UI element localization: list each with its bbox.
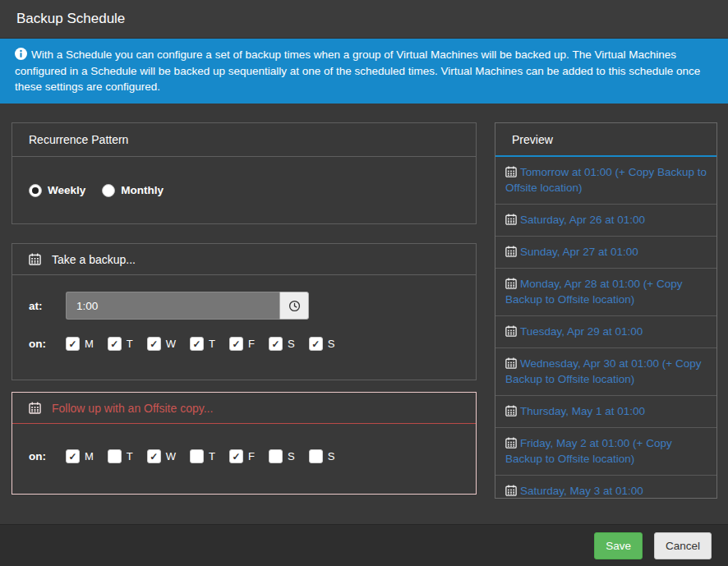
- clock-icon: [288, 300, 301, 312]
- day-label: W: [166, 450, 176, 462]
- preview-schedule-item: Tuesday, Apr 29 at 01:00: [495, 316, 716, 348]
- day-checkbox[interactable]: [108, 337, 122, 351]
- day-checkbox-group[interactable]: T: [108, 449, 133, 463]
- recurrence-pattern-title: Recurrence Pattern: [29, 133, 128, 146]
- preview-schedule-list: Tomorrow at 01:00 (+ Copy Backup to Offs…: [495, 157, 716, 499]
- on-label: on:: [29, 338, 66, 350]
- day-label: T: [209, 450, 215, 462]
- day-label: S: [328, 450, 335, 462]
- info-banner-text: With a Schedule you can configure a set …: [15, 48, 700, 93]
- calendar-icon: [29, 253, 41, 265]
- preview-panel: Preview Tomorrow at 01:00 (+ Copy Backup…: [495, 122, 717, 499]
- calendar-icon: [29, 402, 41, 414]
- day-checkbox-group[interactable]: T: [190, 337, 215, 351]
- preview-schedule-item: Thursday, May 1 at 01:00: [495, 396, 716, 428]
- preview-schedule-item: Saturday, May 3 at 01:00: [495, 476, 716, 499]
- cancel-button[interactable]: Cancel: [654, 532, 712, 559]
- preview-schedule-item: Wednesday, Apr 30 at 01:00 (+ Copy Backu…: [495, 348, 716, 396]
- day-checkbox[interactable]: [147, 337, 161, 351]
- day-checkbox[interactable]: [309, 337, 323, 351]
- preview-schedule-item: Monday, Apr 28 at 01:00 (+ Copy Backup t…: [495, 269, 716, 316]
- preview-item-text: Thursday, May 1 at 01:00: [520, 405, 645, 417]
- day-checkbox-group[interactable]: S: [269, 337, 295, 351]
- recurrence-options: Weekly Monthly: [12, 157, 476, 223]
- preview-schedule-item: Saturday, Apr 26 at 01:00: [495, 205, 716, 237]
- day-label: T: [127, 450, 133, 462]
- day-checkbox-group[interactable]: M: [66, 449, 94, 463]
- day-checkbox-group[interactable]: M: [66, 337, 94, 351]
- dialog-content: Recurrence Pattern Weekly Monthly Take a…: [0, 104, 728, 524]
- at-label: at:: [29, 300, 66, 312]
- day-checkbox-group[interactable]: W: [147, 449, 176, 463]
- day-checkbox[interactable]: [309, 449, 323, 463]
- recurrence-pattern-header: Recurrence Pattern: [12, 123, 476, 157]
- preview-item-text: Sunday, Apr 27 at 01:00: [520, 246, 638, 258]
- offsite-copy-title: Follow up with an Offsite copy...: [52, 402, 213, 415]
- info-circle-icon: [15, 48, 27, 60]
- calendar-icon: [505, 325, 517, 337]
- day-checkbox-group[interactable]: S: [309, 337, 335, 351]
- radio-icon[interactable]: [102, 184, 115, 197]
- day-label: T: [209, 338, 215, 350]
- calendar-icon: [505, 246, 517, 257]
- take-a-backup-body: at: on: M T W T: [12, 275, 476, 380]
- preview-column: Preview Tomorrow at 01:00 (+ Copy Backup…: [495, 122, 717, 524]
- day-checkbox[interactable]: [190, 449, 204, 463]
- on-label: on:: [29, 450, 66, 462]
- day-checkbox[interactable]: [147, 449, 161, 463]
- preview-item-text: Friday, May 2 at 01:00 (+ Copy Backup to…: [505, 437, 672, 465]
- time-picker-button[interactable]: [279, 292, 309, 320]
- day-checkbox-group[interactable]: S: [309, 449, 335, 463]
- take-a-backup-title: Take a backup...: [52, 253, 136, 266]
- calendar-icon: [505, 437, 517, 449]
- day-label: S: [328, 338, 335, 350]
- offsite-day-checkboxes: M T W T F S S: [66, 449, 348, 463]
- day-checkbox[interactable]: [66, 337, 80, 351]
- calendar-icon: [505, 214, 517, 225]
- day-label: M: [85, 450, 94, 462]
- day-checkbox[interactable]: [269, 449, 283, 463]
- calendar-icon: [505, 166, 517, 177]
- day-label: M: [85, 338, 94, 350]
- dialog-footer: Save Cancel: [0, 524, 728, 566]
- take-a-backup-panel: Take a backup... at: on: M: [12, 243, 477, 380]
- day-label: F: [248, 450, 255, 462]
- day-checkbox[interactable]: [108, 449, 122, 463]
- day-label: W: [166, 338, 176, 350]
- day-checkbox[interactable]: [66, 449, 80, 463]
- day-label: S: [288, 450, 295, 462]
- day-checkbox[interactable]: [269, 337, 283, 351]
- backup-time-input[interactable]: [66, 292, 279, 320]
- day-checkbox[interactable]: [229, 337, 243, 351]
- recurrence-radio-option[interactable]: Weekly: [29, 184, 85, 197]
- radio-icon[interactable]: [29, 184, 42, 197]
- save-button[interactable]: Save: [594, 532, 643, 559]
- preview-item-text: Saturday, May 3 at 01:00: [520, 485, 643, 497]
- settings-column: Recurrence Pattern Weekly Monthly Take a…: [12, 122, 477, 524]
- radio-label: Weekly: [48, 184, 85, 196]
- offsite-copy-header: Follow up with an Offsite copy...: [12, 393, 476, 424]
- day-checkbox-group[interactable]: F: [229, 449, 255, 463]
- calendar-icon: [505, 405, 517, 416]
- offsite-copy-panel: Follow up with an Offsite copy... on: M …: [12, 392, 477, 495]
- preview-item-text: Saturday, Apr 26 at 01:00: [520, 214, 645, 226]
- time-input-group: [66, 292, 309, 320]
- day-label: T: [127, 338, 133, 350]
- backup-time-row: at:: [29, 292, 459, 320]
- day-checkbox-group[interactable]: F: [229, 337, 255, 351]
- day-checkbox[interactable]: [190, 337, 204, 351]
- offsite-copy-body: on: M T W T F S S: [12, 424, 476, 494]
- recurrence-pattern-panel: Recurrence Pattern Weekly Monthly: [12, 122, 477, 224]
- day-checkbox-group[interactable]: T: [108, 337, 133, 351]
- preview-schedule-item: Tomorrow at 01:00 (+ Copy Backup to Offs…: [495, 157, 716, 205]
- day-label: S: [288, 338, 295, 350]
- day-checkbox-group[interactable]: S: [269, 449, 295, 463]
- recurrence-radio-option[interactable]: Monthly: [102, 184, 164, 197]
- preview-item-text: Tuesday, Apr 29 at 01:00: [520, 325, 643, 338]
- day-checkbox-group[interactable]: T: [190, 449, 215, 463]
- radio-label: Monthly: [121, 184, 164, 196]
- offsite-days-row: on: M T W T F S S: [29, 449, 459, 463]
- day-checkbox-group[interactable]: W: [147, 337, 176, 351]
- info-banner: With a Schedule you can configure a set …: [0, 39, 728, 104]
- day-checkbox[interactable]: [229, 449, 243, 463]
